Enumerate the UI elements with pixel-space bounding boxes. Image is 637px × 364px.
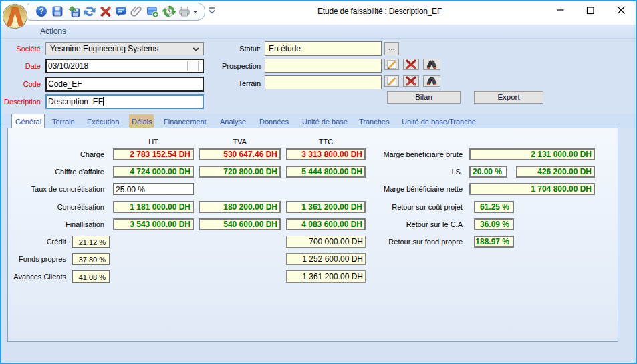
svg-text:?: ? (39, 7, 43, 16)
